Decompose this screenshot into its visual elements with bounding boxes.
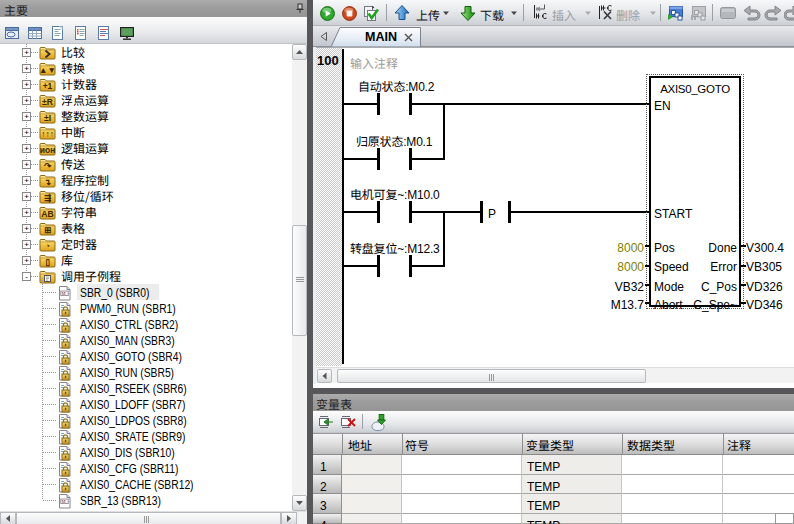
svg-text:↴: ↴	[44, 177, 51, 187]
svg-text:AB: AB	[41, 209, 53, 219]
svg-text:+1: +1	[43, 81, 53, 91]
svg-text:↑↑↑: ↑↑↑	[41, 129, 54, 139]
svg-text:⇶: ⇶	[44, 193, 52, 203]
svg-text:▲▼: ▲▼	[39, 65, 56, 75]
svg-text:⊞: ⊞	[44, 225, 51, 235]
svg-text:ион: ион	[40, 145, 56, 155]
svg-text:◔: ◔	[45, 241, 50, 251]
svg-text:±I: ±I	[44, 113, 51, 123]
svg-text:±R: ±R	[42, 97, 53, 107]
svg-text:↷: ↷	[44, 161, 52, 171]
svg-text:▯: ▯	[45, 257, 50, 267]
